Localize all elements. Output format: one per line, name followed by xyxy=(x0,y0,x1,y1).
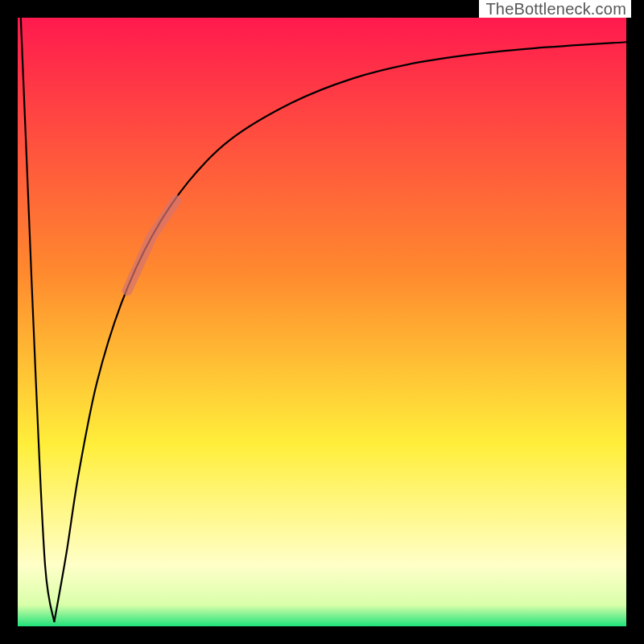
plot-area xyxy=(18,18,626,626)
chart-frame: TheBottleneck.com xyxy=(0,0,644,644)
watermark-text: TheBottleneck.com xyxy=(479,0,631,18)
gradient-background xyxy=(18,18,626,626)
chart-svg xyxy=(18,18,626,626)
